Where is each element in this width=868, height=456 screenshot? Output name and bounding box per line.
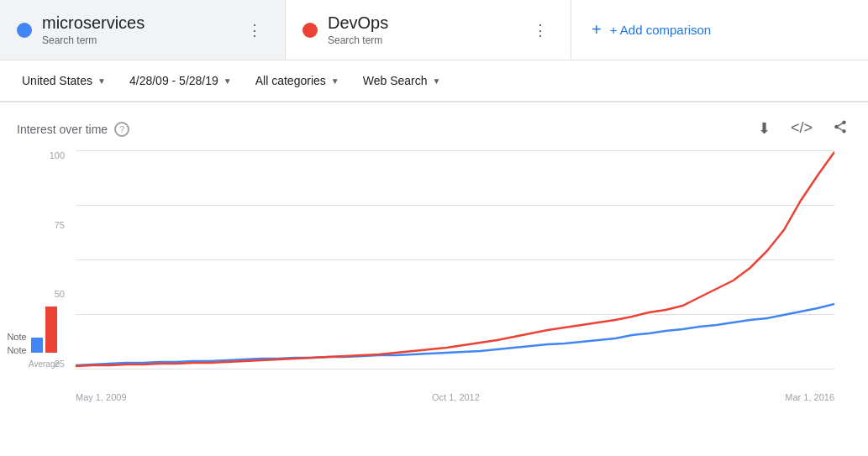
microservices-line bbox=[76, 304, 834, 365]
add-comparison-label: + Add comparison bbox=[610, 23, 712, 37]
term-type-1: Search term bbox=[42, 34, 241, 46]
search-type-arrow-icon: ▼ bbox=[432, 76, 440, 86]
x-axis: May 1, 2009 Oct 1, 2012 Mar 1, 2016 bbox=[76, 392, 834, 402]
date-label: 4/28/09 - 5/28/19 bbox=[129, 74, 218, 87]
categories-label: All categories bbox=[255, 74, 326, 87]
chart-header: Interest over time ? ⬇ </> bbox=[17, 116, 851, 142]
search-type-filter[interactable]: Web Search ▼ bbox=[355, 69, 450, 92]
chart-svg bbox=[76, 150, 834, 369]
date-filter[interactable]: 4/28/09 - 5/28/19 ▼ bbox=[121, 69, 240, 92]
chart-title-area: Interest over time ? bbox=[17, 122, 129, 137]
x-label-2016: Mar 1, 2016 bbox=[785, 392, 834, 402]
region-filter[interactable]: United States ▼ bbox=[13, 69, 114, 92]
region-arrow-icon: ▼ bbox=[97, 76, 106, 86]
term-type-2: Search term bbox=[328, 34, 527, 46]
categories-arrow-icon: ▼ bbox=[331, 76, 339, 86]
note-1: Note bbox=[7, 345, 26, 355]
filters-bar: United States ▼ 4/28/09 - 5/28/19 ▼ All … bbox=[0, 60, 868, 102]
avg-bars bbox=[31, 307, 57, 353]
embed-icon[interactable]: </> bbox=[787, 116, 816, 142]
term-card-2: DevOps Search term ⋮ bbox=[286, 0, 571, 60]
chart-section: Interest over time ? ⬇ </> 100 75 50 25 bbox=[0, 102, 868, 402]
term-menu-2[interactable]: ⋮ bbox=[527, 17, 554, 44]
categories-filter[interactable]: All categories ▼ bbox=[247, 69, 348, 92]
search-type-label: Web Search bbox=[363, 74, 428, 87]
download-icon[interactable]: ⬇ bbox=[755, 116, 774, 142]
plus-icon: + bbox=[592, 20, 602, 39]
share-icon[interactable] bbox=[829, 116, 851, 142]
term-dot-1 bbox=[17, 23, 32, 38]
term-dot-2 bbox=[302, 23, 318, 38]
term-name-1: microservices bbox=[42, 13, 241, 33]
chart-actions: ⬇ </> bbox=[755, 116, 851, 142]
region-label: United States bbox=[22, 74, 92, 87]
x-label-2009: May 1, 2009 bbox=[76, 392, 127, 402]
avg-bar-blue bbox=[31, 338, 43, 353]
help-icon[interactable]: ? bbox=[114, 122, 129, 137]
chart-container: 100 75 50 25 Average Note Note May 1, 20… bbox=[17, 150, 851, 402]
avg-label: Average bbox=[29, 359, 60, 369]
avg-bar-red bbox=[45, 307, 57, 353]
term-info-2: DevOps Search term bbox=[328, 13, 527, 46]
devops-line bbox=[76, 152, 834, 366]
term-menu-1[interactable]: ⋮ bbox=[241, 17, 268, 44]
chart-title-text: Interest over time bbox=[17, 123, 108, 136]
date-arrow-icon: ▼ bbox=[224, 76, 232, 86]
add-comparison-button[interactable]: + + Add comparison bbox=[571, 0, 868, 60]
header: microservices Search term ⋮ DevOps Searc… bbox=[0, 0, 868, 60]
note-2: Note bbox=[7, 332, 26, 342]
term-info-1: microservices Search term bbox=[42, 13, 241, 46]
grid-line-0 bbox=[76, 369, 834, 370]
term-name-2: DevOps bbox=[328, 13, 527, 33]
term-card-1: microservices Search term ⋮ bbox=[0, 0, 286, 60]
x-label-2012: Oct 1, 2012 bbox=[432, 392, 480, 402]
